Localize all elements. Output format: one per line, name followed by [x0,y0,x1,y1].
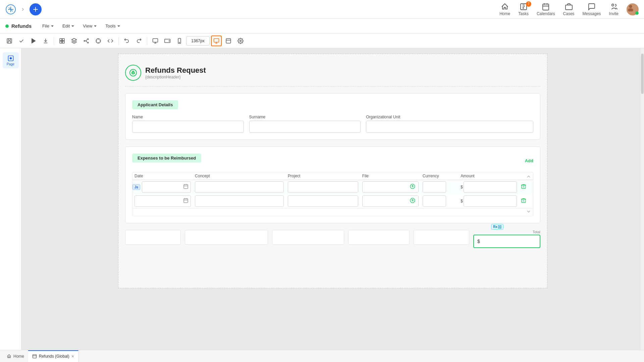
delete-cell-1 [519,180,533,194]
top-navigation: Home 7 Tasks Calendars Cases Messages In… [0,0,644,19]
svg-rect-12 [60,39,62,41]
top-nav-right: Home 7 Tasks Calendars Cases Messages In… [499,3,639,16]
svg-marker-11 [32,39,36,43]
app-logo-icon[interactable] [5,4,16,15]
nav-tasks[interactable]: 7 Tasks [518,3,529,16]
org-unit-input[interactable] [366,121,533,133]
upload-icon-2[interactable] [410,197,416,205]
table-scroll-down[interactable] [526,209,531,215]
name-field-group: Name [132,115,244,133]
add-button[interactable]: Add [525,158,533,163]
svg-point-18 [88,42,89,43]
bottom-tabs: Home Refunds (Global) × [0,350,644,362]
tab-refunds[interactable]: Refunds (Global) × [28,350,78,362]
table-header-row: Date Concept Project File Currency Amoun… [132,172,533,180]
project-input-1[interactable] [288,181,358,193]
redo-button[interactable] [133,36,144,46]
concept-cell-1 [193,180,286,194]
amount-cell-2: $ [459,194,519,208]
nav-home[interactable]: Home [499,3,510,16]
svg-text:$: $ [131,71,133,75]
scrollbar-track[interactable] [640,48,644,350]
play-button[interactable] [28,36,39,46]
monitor-button[interactable] [150,36,161,46]
form-subtitle: {descriptionHeader} [145,75,206,79]
expenses-section-label: Expenses to be Reimbursed [132,154,201,163]
table-scroll-up[interactable] [526,174,531,180]
code-button[interactable] [105,36,116,46]
file-cell-1 [360,180,421,194]
scrollbar-thumb[interactable] [641,54,644,94]
main-layout: Page $ Refunds Request [0,48,644,350]
currency-cell-1 [421,180,459,194]
delete-button-2[interactable] [521,198,526,204]
currency-input-1[interactable] [423,181,446,193]
upload-icon-1[interactable] [410,183,416,191]
concept-input-2[interactable] [195,195,284,207]
delete-button-1[interactable] [521,184,526,190]
date-cell-1: Js [132,180,193,194]
toolbar-separator-2 [118,37,119,45]
avatar[interactable] [627,3,639,15]
nav-cases[interactable]: Cases [563,3,575,16]
menu-edit[interactable]: Edit [60,22,77,30]
total-amount-input[interactable]: $ [473,235,540,248]
svg-rect-31 [184,185,188,189]
col-amount: Amount [459,172,519,180]
svg-point-22 [169,41,170,41]
px-input[interactable] [186,36,210,46]
add-button[interactable] [30,3,42,15]
calendar-icon-1[interactable] [183,184,189,190]
dollar-sign-2: $ [461,199,463,203]
undo-button[interactable] [121,36,132,46]
mobile-button[interactable] [174,36,185,46]
circle-button[interactable] [93,36,104,46]
nav-invite[interactable]: Invite [609,3,619,16]
total-amount-wrapper: Total $ [473,230,540,248]
amount-input-1[interactable] [464,181,517,193]
menu-view[interactable]: View [80,22,100,30]
settings-button[interactable] [235,36,246,46]
dollar-sign-1: $ [461,185,463,189]
chevron-right-icon [20,7,25,12]
total-label: Total [473,230,540,234]
currency-input-2[interactable] [423,195,446,207]
surname-input[interactable] [249,121,361,133]
file-cell-2 [360,194,421,208]
nav-calendars[interactable]: Calendars [537,3,555,16]
name-input[interactable] [132,121,244,133]
layers-button[interactable] [69,36,79,46]
grid-button[interactable] [57,36,67,46]
org-unit-field-group: Organizational Unit [366,115,533,133]
check-button[interactable] [16,36,27,46]
project-input-2[interactable] [288,195,358,207]
tab-close-button[interactable]: × [71,354,74,359]
flow-button[interactable] [81,36,92,46]
svg-rect-6 [566,5,572,10]
calendar-icon-2[interactable] [183,198,189,204]
blank-cell-4 [348,230,409,245]
desktop-active-button[interactable] [211,36,222,46]
concept-input-1[interactable] [195,181,284,193]
svg-point-28 [10,57,11,59]
applicant-section-label: Applicant Details [132,100,178,109]
org-unit-label: Organizational Unit [366,115,533,119]
sidebar-item-page[interactable]: Page [3,52,19,68]
menu-tools[interactable]: Tools [103,22,123,30]
svg-rect-36 [522,199,526,202]
save-button[interactable] [4,36,15,46]
col-concept: Concept [193,172,286,180]
amount-cell-1: $ [459,180,519,194]
menu-file[interactable]: File [40,22,57,30]
applicant-fields-row: Name Surname Organizational Unit [132,115,533,133]
window-button[interactable] [223,36,234,46]
tab-home[interactable]: Home [3,350,28,362]
export-button[interactable] [40,36,51,46]
form-title-block: Refunds Request {descriptionHeader} [145,66,206,79]
expenses-table: Date Concept Project File Currency Amoun… [132,172,533,208]
nav-messages[interactable]: Messages [583,3,601,16]
svg-rect-38 [33,354,37,358]
amount-input-2[interactable] [464,195,517,207]
tablet-landscape-button[interactable] [162,36,173,46]
concept-cell-2 [193,194,286,208]
